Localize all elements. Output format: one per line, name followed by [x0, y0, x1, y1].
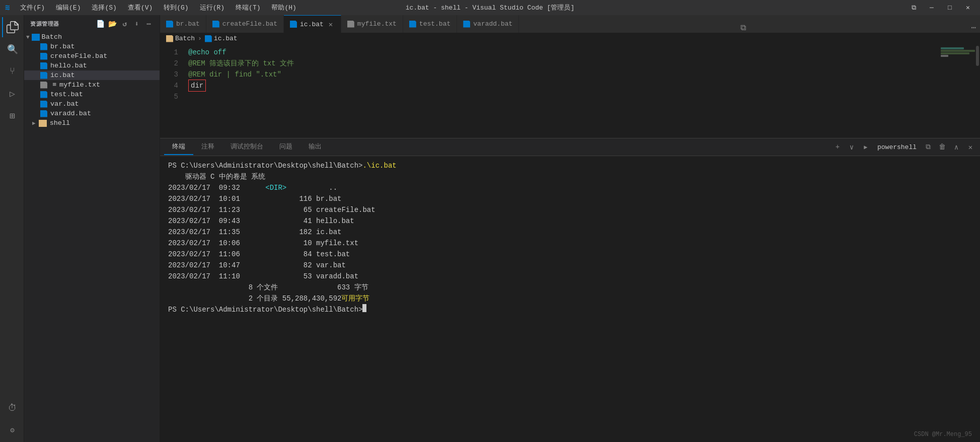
menu-terminal[interactable]: 终端(T) [233, 2, 263, 13]
tab-test-bat[interactable]: test.bat [403, 15, 457, 33]
more-button[interactable]: ⋯ [144, 19, 154, 28]
split-terminal-button[interactable]: ⧉ [923, 141, 934, 153]
terminal-summary-2: 2 个目录 55,288,430,592 可用字节 [168, 293, 972, 304]
editor-area: br.bat createFile.bat ic.bat ✕ myfile.tx… [160, 15, 980, 442]
close-panel-button[interactable]: ✕ [965, 141, 976, 153]
terminal-dir-row-2: 2023/02/17 10:01 116 br.bat [168, 193, 972, 204]
terminal-area: 终端 注释 调试控制台 问题 输出 + ∨ ▶ powershell ⧉ 🗑 ∧… [160, 138, 980, 442]
tab-terminal[interactable]: 终端 [164, 139, 193, 155]
tab-close-ic-bat[interactable]: ✕ [327, 20, 335, 28]
menu-view[interactable]: 查看(V) [125, 2, 156, 13]
accounts-icon[interactable]: ⏱ [2, 398, 22, 418]
sidebar-item-ic-bat[interactable]: ic.bat [24, 70, 160, 80]
new-file-button[interactable]: 📄 [96, 19, 105, 28]
menu-file[interactable]: 文件(F) [17, 2, 48, 13]
minimize-button[interactable]: ─ [925, 2, 939, 13]
folder-batch-label: Batch [42, 33, 62, 41]
sidebar-item-varadd-bat[interactable]: varadd.bat [24, 109, 160, 118]
titlebar-menu: 文件(F) 编辑(E) 选择(S) 查看(V) 转到(G) 运行(R) 终端(T… [17, 2, 299, 13]
menu-run[interactable]: 运行(R) [197, 2, 228, 13]
terminal-line-drive: 驱动器 C 中的卷是 系统 [168, 171, 972, 182]
code-editor[interactable]: 1 2 3 4 5 @echo off @REM 筛选该目录下的 txt 文件 [160, 45, 980, 138]
bat-file-icon [40, 62, 47, 69]
folder-icon [32, 34, 40, 41]
bat-file-icon [40, 43, 47, 50]
txt-file-icon [347, 21, 354, 28]
breadcrumb-folder[interactable]: Batch [166, 35, 195, 42]
new-folder-button[interactable]: 📂 [108, 19, 117, 28]
settings-icon[interactable]: ⚙ [2, 420, 22, 440]
titlebar: ≋ 文件(F) 编辑(E) 选择(S) 查看(V) 转到(G) 运行(R) 终端… [0, 0, 980, 15]
split-button[interactable]: ⧉ [907, 2, 921, 13]
folder-shell[interactable]: ▶ shell [24, 118, 160, 128]
terminal-dir-row-3: 2023/02/17 11:23 65 createFile.bat [168, 204, 972, 215]
menu-edit[interactable]: 编辑(E) [53, 2, 84, 13]
close-button[interactable]: ✕ [961, 2, 975, 13]
terminal-line-prompt2: PS C:\Users\Administrator\Desktop\shell\… [168, 304, 972, 315]
terminal-dir-row-4: 2023/02/17 09:43 41 hello.bat [168, 215, 972, 227]
collapse-button[interactable]: ⬇ [132, 19, 141, 28]
split-editor-button[interactable]: ⧉ [736, 23, 750, 33]
line-numbers: 1 2 3 4 5 [160, 45, 184, 138]
tab-ic-bat[interactable]: ic.bat ✕ [284, 15, 341, 33]
tab-varadd-bat[interactable]: varadd.bat [457, 15, 519, 33]
explorer-icon[interactable] [2, 17, 22, 37]
new-terminal-button[interactable]: + [832, 141, 843, 153]
code-line-1: @echo off [188, 47, 940, 58]
tab-comments[interactable]: 注释 [193, 139, 222, 155]
highlighted-code: dir [188, 80, 206, 92]
terminal-tab-bar: 终端 注释 调试控制台 问题 输出 + ∨ ▶ powershell ⧉ 🗑 ∧… [160, 138, 980, 156]
extensions-icon[interactable]: ⊞ [2, 106, 22, 126]
sidebar-item-br-bat[interactable]: br.bat [24, 42, 160, 51]
run-debug-icon[interactable]: ▷ [2, 84, 22, 104]
sidebar-item-hello-bat[interactable]: hello.bat [24, 61, 160, 70]
code-line-5 [188, 91, 940, 102]
watermark: CSDN @Mr.Meng_95 [914, 429, 972, 440]
maximize-button[interactable]: □ [943, 2, 957, 13]
code-line-4: dir [188, 80, 940, 91]
kill-terminal-button[interactable]: 🗑 [937, 141, 948, 153]
sidebar-item-var-bat[interactable]: var.bat [24, 99, 160, 109]
more-tabs-button[interactable]: ⋯ [967, 23, 980, 33]
sidebar-item-myfile-txt[interactable]: ≡ myfile.txt [24, 80, 160, 90]
chevron-down-icon: ▼ [26, 34, 30, 40]
sidebar-item-createfile-bat[interactable]: createFile.bat [24, 51, 160, 61]
titlebar-left: ≋ 文件(F) 编辑(E) 选择(S) 查看(V) 转到(G) 运行(R) 终端… [5, 2, 299, 13]
tab-myfile-txt[interactable]: myfile.txt [341, 15, 403, 33]
tab-problems[interactable]: 问题 [271, 139, 300, 155]
editor-scrollbar[interactable] [975, 45, 980, 138]
terminal-content[interactable]: PS C:\Users\Administrator\Desktop\shell\… [160, 156, 980, 442]
sidebar-item-test-bat[interactable]: test.bat [24, 90, 160, 99]
breadcrumb-separator: › [198, 35, 202, 42]
minimap [940, 45, 980, 138]
menu-goto[interactable]: 转到(G) [161, 2, 191, 13]
bat-file-icon [40, 72, 47, 79]
maximize-panel-button[interactable]: ∧ [951, 141, 962, 153]
tab-br-bat[interactable]: br.bat [160, 15, 206, 33]
menu-help[interactable]: 帮助(H) [268, 2, 299, 13]
menu-select[interactable]: 选择(S) [89, 2, 119, 13]
bat-file-icon [290, 21, 297, 28]
terminal-dir-row-6: 2023/02/17 10:06 10 myfile.txt [168, 238, 972, 249]
bat-file-icon [40, 101, 47, 108]
tab-output[interactable]: 输出 [300, 139, 330, 155]
terminal-shell-label: powershell [874, 143, 920, 151]
tab-debug-console[interactable]: 调试控制台 [222, 139, 271, 155]
folder-batch[interactable]: ▼ Batch [24, 32, 160, 42]
folder-shell-label: shell [50, 119, 70, 127]
bat-file-icon [40, 110, 47, 117]
breadcrumb-file[interactable]: ic.bat [205, 35, 238, 42]
terminal-dropdown-button[interactable]: ∨ [846, 141, 857, 153]
powershell-icon[interactable]: ▶ [860, 141, 871, 153]
refresh-button[interactable]: ↺ [120, 19, 129, 28]
search-icon[interactable]: 🔍 [2, 39, 22, 59]
breadcrumb-folder-label: Batch [175, 35, 195, 42]
titlebar-title: ic.bat - shell - Visual Studio Code [管理员… [406, 3, 574, 12]
sidebar-title: 资源管理器 [30, 20, 59, 28]
breadcrumb: Batch › ic.bat [160, 33, 980, 45]
bat-file-icon [212, 21, 219, 28]
source-control-icon[interactable]: ⑂ [2, 61, 22, 82]
tab-createfile-bat[interactable]: createFile.bat [206, 15, 284, 33]
chevron-right-icon: ▶ [32, 120, 36, 126]
terminal-summary-1: 8 个文件 633 字节 [168, 282, 972, 293]
